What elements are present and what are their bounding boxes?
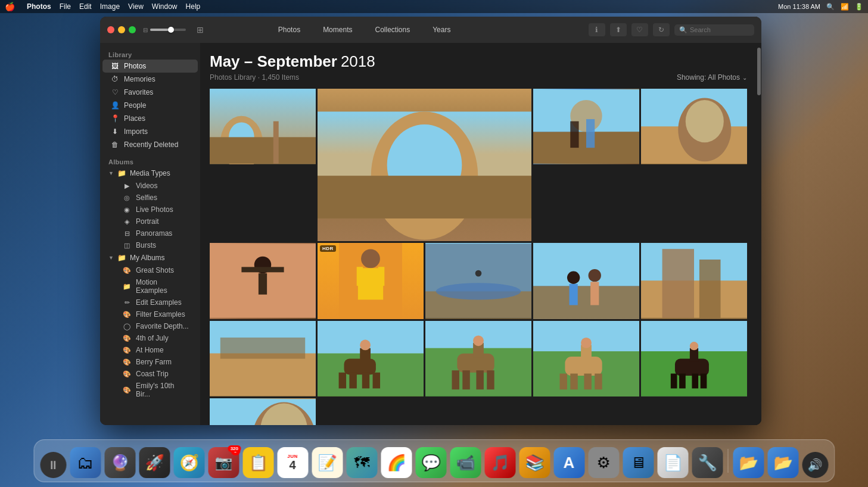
photo-cell-11[interactable] (318, 321, 424, 397)
photo-cell-5[interactable] (210, 243, 316, 319)
dock-item-photos-colors[interactable]: 🌈 (381, 447, 412, 478)
sidebar-item-photos[interactable]: 🖼 Photos (102, 60, 198, 73)
photo-cell-8[interactable] (533, 243, 639, 319)
photo-cell-3[interactable] (533, 89, 639, 164)
dock-item-messages[interactable]: 💬 (415, 447, 446, 478)
sidebar-item-motion-examples[interactable]: 📁 Motion Examples (102, 276, 198, 296)
showing-filter[interactable]: Showing: All Photos ⌄ (677, 73, 747, 82)
dock-item-notes[interactable]: 📋 (242, 447, 273, 478)
tab-photos[interactable]: Photos (267, 23, 311, 37)
sidebar-item-memories[interactable]: ⏱ Memories (102, 73, 198, 86)
dock-item-appstore[interactable]: A (553, 447, 584, 478)
sidebar-item-places[interactable]: 📍 Places (102, 112, 198, 125)
motion-examples-icon: 📁 (123, 283, 131, 291)
dock-item-finder[interactable]: 🗂 (70, 447, 101, 478)
my-albums-group[interactable]: ▼ 📁 My Albums (102, 251, 198, 264)
file-menu[interactable]: File (60, 2, 71, 11)
sidebar-item-imports[interactable]: ⬇ Imports (102, 125, 198, 138)
app-name-menu[interactable]: Photos (27, 2, 51, 11)
sidebar-item-coast-trip[interactable]: 🎨 Coast Trip (102, 368, 198, 380)
photo-cell-9[interactable]: HDR (641, 243, 747, 319)
menubar-search-icon[interactable]: 🔍 (826, 3, 835, 11)
dock-item-calendar[interactable]: JUN 4 (277, 447, 308, 478)
dock-item-migrate[interactable]: 🖥 (623, 447, 654, 478)
zoom-slider-thumb[interactable] (168, 27, 174, 33)
sidebar-item-favorites[interactable]: ♡ Favorites (102, 86, 198, 99)
sidebar-item-at-home[interactable]: 🎨 At Home (102, 344, 198, 356)
sidebar-item-bursts[interactable]: ◫ Bursts (102, 239, 198, 251)
apple-menu-icon[interactable]: 🍎 (5, 2, 15, 11)
grid-view-icon[interactable]: ⊞ (197, 25, 204, 35)
search-input[interactable] (690, 26, 749, 33)
heart-button[interactable]: ♡ (631, 23, 648, 36)
main-window: ⊟ ⊞ Photos Moments Collections Years ℹ ⬆… (100, 17, 761, 425)
photo-cell-15[interactable] (210, 398, 316, 425)
photo-cell-1[interactable] (210, 89, 316, 164)
tab-years[interactable]: Years (422, 23, 461, 37)
photo-cell-2[interactable] (318, 89, 531, 241)
sidebar-item-panoramas[interactable]: ⊟ Panoramas (102, 227, 198, 239)
photo-cell-14[interactable] (641, 321, 747, 397)
sidebar-item-emilys[interactable]: 🎨 Emily's 10th Bir... (102, 380, 198, 400)
zoom-slider-area[interactable]: ⊟ (143, 27, 186, 33)
maximize-button[interactable] (129, 26, 136, 33)
dock-item-textedit[interactable]: 📄 (657, 447, 688, 478)
sidebar-item-selfies[interactable]: ◎ Selfies (102, 192, 198, 204)
sidebar-item-great-shots[interactable]: 🎨 Great Shots (102, 264, 198, 276)
photo-cell-12[interactable]: HDR (425, 321, 531, 397)
dock-item-reminders[interactable]: 📝 (312, 447, 343, 478)
scrollbar-thumb[interactable] (757, 48, 761, 95)
dock-item-devtools[interactable]: 🔧 (692, 447, 723, 478)
sidebar-item-favorite-depth[interactable]: ◯ Favorite Depth... (102, 320, 198, 332)
sidebar-item-live-photos[interactable]: ◉ Live Photos (102, 204, 198, 216)
photo-cell-6[interactable]: HDR (318, 243, 424, 319)
scrollbar-track[interactable] (757, 43, 761, 425)
sidebar-item-videos[interactable]: ▶ Videos (102, 180, 198, 192)
info-button[interactable]: ℹ (589, 23, 605, 36)
photo-cell-7[interactable] (425, 243, 531, 319)
image-menu[interactable]: Image (100, 2, 120, 11)
sidebar-item-4th-of-july[interactable]: 🎨 4th of July (102, 332, 198, 344)
rotate-button[interactable]: ↻ (653, 23, 670, 36)
dock-item-photos-badge[interactable]: 📷 3 320 (208, 447, 239, 478)
minimize-button[interactable] (118, 26, 125, 33)
window-menu[interactable]: Window (152, 2, 178, 11)
dock-item-systemprefs[interactable]: ⚙ (588, 447, 619, 478)
photo-cell-13[interactable] (533, 321, 639, 397)
sidebar-item-people[interactable]: 👤 People (102, 99, 198, 112)
dock-item-maps[interactable]: 🗺 (346, 447, 377, 478)
dock-item-siri[interactable]: 🔮 (104, 447, 135, 478)
menubar-time: Mon 11:38 AM (778, 3, 820, 10)
photos-label: Photos (124, 62, 146, 70)
photo-cell-10[interactable] (210, 321, 316, 397)
search-bar[interactable]: 🔍 (674, 24, 754, 36)
help-menu[interactable]: Help (186, 2, 201, 11)
zoom-slider-track[interactable] (150, 29, 186, 31)
sidebar-item-recently-deleted[interactable]: 🗑 Recently Deleted (102, 138, 198, 151)
sidebar-item-portrait[interactable]: ◈ Portrait (102, 216, 198, 227)
dock-item-folder2[interactable]: 📂 (767, 447, 798, 478)
view-menu[interactable]: View (128, 2, 144, 11)
emilys-label: Emily's 10th Bir... (136, 382, 189, 398)
favorite-depth-label: Favorite Depth... (136, 322, 189, 330)
dock-pause-button[interactable]: ⏸ (40, 452, 66, 478)
dock-item-safari[interactable]: 🧭 (173, 447, 204, 478)
photo-cell-4[interactable]: HDR (641, 89, 747, 164)
close-button[interactable] (107, 26, 114, 33)
svg-rect-8 (318, 176, 531, 218)
tab-collections[interactable]: Collections (364, 23, 421, 37)
favorite-depth-icon: ◯ (123, 323, 131, 330)
dock-item-launchpad[interactable]: 🚀 (139, 447, 170, 478)
dock-item-volume[interactable]: 🔊 (802, 452, 828, 478)
tab-moments[interactable]: Moments (312, 23, 363, 37)
sidebar-item-edit-examples[interactable]: ✏ Edit Examples (102, 296, 198, 308)
dock-item-music[interactable]: 🎵 (484, 447, 515, 478)
dock-item-facetime[interactable]: 📹 (450, 447, 481, 478)
sidebar-item-filter-examples[interactable]: 🎨 Filter Examples (102, 308, 198, 320)
dock-item-folder1[interactable]: 📂 (733, 447, 764, 478)
share-button[interactable]: ⬆ (610, 23, 627, 36)
sidebar-item-berry-farm[interactable]: 🎨 Berry Farm (102, 356, 198, 368)
edit-menu[interactable]: Edit (79, 2, 92, 11)
dock-item-books[interactable]: 📚 (519, 447, 550, 478)
media-types-group[interactable]: ▼ 📁 Media Types (102, 167, 198, 180)
